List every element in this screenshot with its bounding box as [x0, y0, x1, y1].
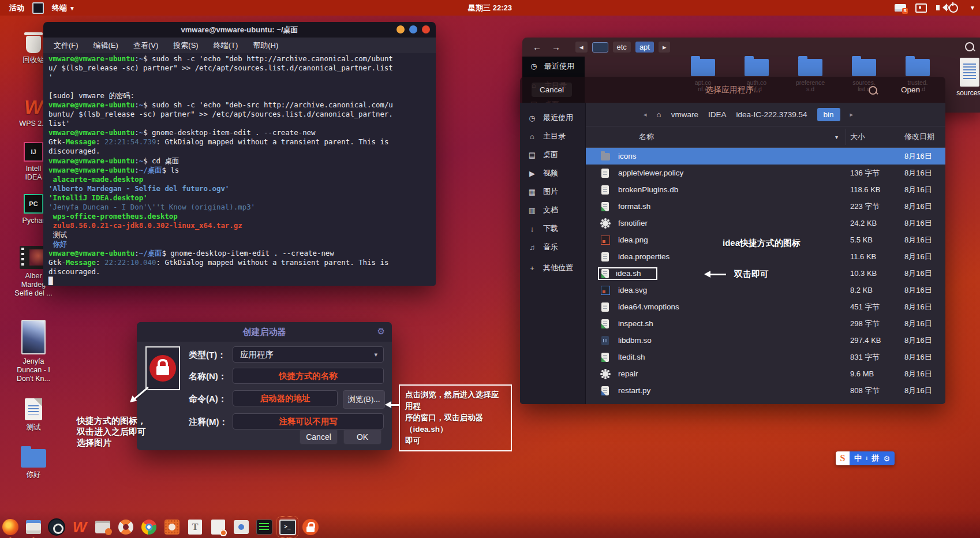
desktop-icon-nihao-folder[interactable]: 你好	[8, 449, 59, 479]
back-icon[interactable]: ←	[533, 42, 541, 52]
forward-icon[interactable]: →	[552, 42, 560, 52]
launcher-icon-button[interactable]	[145, 346, 180, 390]
menu-帮助H[interactable]: 帮助(H)	[253, 40, 278, 51]
file-row-repair[interactable]: repair9.6 MB8月16日	[586, 365, 945, 382]
top-bar: 活动 终端▼ 星期三 22:23 ▼	[0, 0, 980, 16]
dock-editor[interactable]: T	[186, 518, 204, 536]
sidebar-item-最近使用[interactable]: ◷最近使用	[522, 57, 585, 76]
drive-icon[interactable]	[592, 42, 608, 53]
sidebar-item-桌面[interactable]: ▤桌面	[520, 145, 585, 164]
gear-icon[interactable]: ⚙	[377, 326, 385, 337]
sidebar-item-图片[interactable]: ▦图片	[520, 182, 585, 201]
file-date: 8月16日	[904, 352, 945, 363]
video-icon: ▶	[528, 169, 537, 178]
desktop-icon-jenyfa-image[interactable]: JenyfaDuncan - IDon't Kn...	[8, 320, 59, 383]
terminal-icon: >_	[279, 520, 296, 535]
search-icon[interactable]	[965, 42, 974, 51]
arrow-to-idea-sh	[707, 274, 726, 275]
breadcrumb-back-icon[interactable]: ◂	[644, 111, 647, 118]
search-icon[interactable]	[869, 86, 877, 95]
chevron-down-icon[interactable]: ▼	[970, 5, 975, 11]
dock-wps[interactable]: W	[71, 518, 88, 536]
menu-终端T[interactable]: 终端(T)	[214, 40, 238, 51]
dock-rhythmbox[interactable]	[48, 518, 65, 536]
ime-indicator[interactable]: S 中 ⁝ 拼 ⚙	[836, 451, 895, 465]
network-icon[interactable]	[915, 3, 927, 13]
sidebar-item-下载[interactable]: ↓下载	[520, 219, 585, 238]
browse-button[interactable]: 浏览(B)...	[343, 390, 385, 409]
dock-lock[interactable]	[302, 518, 319, 536]
file-row-inspect.sh[interactable]: inspect.sh298 字节8月16日	[586, 315, 945, 332]
comment-input[interactable]: 注释可以不用写	[233, 413, 384, 429]
file-row-format.sh[interactable]: format.sh223 字节8月16日	[586, 198, 945, 215]
file-row-idea64.vmoptions[interactable]: idea64.vmoptions451 字节8月16日	[586, 298, 945, 315]
file-row-brokenPlugins.db[interactable]: brokenPlugins.db118.6 KB8月16日	[586, 181, 945, 198]
type-dropdown[interactable]: 应用程序 ▾	[233, 346, 384, 363]
dock-firefox[interactable]	[2, 518, 19, 536]
terminal-titlebar[interactable]: vmware@vmware-ubuntu: ~/桌面	[43, 22, 436, 38]
breadcrumb-bin[interactable]: bin	[817, 108, 840, 121]
dock-terminal-green[interactable]	[256, 518, 273, 536]
file-row-libdbm.so[interactable]: libdbm.so297.4 KB8月16日	[586, 332, 945, 349]
column-name[interactable]: 名称	[639, 132, 654, 142]
home-icon[interactable]: ⌂	[657, 110, 661, 119]
chooser-sidebar: ◷最近使用⌂主目录▤桌面▶视频▦图片▥文档↓下载♫音乐+其他位置	[520, 103, 586, 404]
menu-查看V[interactable]: 查看(V)	[133, 40, 158, 51]
file-row-icons[interactable]: icons8月16日	[586, 148, 945, 165]
cancel-button[interactable]: Cancel	[300, 429, 338, 444]
breadcrumb-forward-icon[interactable]: ▸	[850, 111, 854, 118]
name-input[interactable]: 快捷方式的名称	[233, 368, 384, 384]
window-button-1[interactable]	[397, 25, 405, 33]
desktop-icon-ceshi-doc[interactable]: 测试	[8, 398, 59, 432]
menu-搜索S[interactable]: 搜索(S)	[173, 40, 198, 51]
breadcrumb-apt[interactable]: apt	[635, 42, 654, 53]
terminal-output[interactable]: vmware@vmware-ubuntu:~$ sudo sh -c 'echo…	[43, 53, 436, 286]
file-size: 297.4 KB	[850, 336, 897, 345]
file-row-restart.py[interactable]: restart.py808 字节8月16日	[586, 382, 945, 399]
sidebar-item-主目录[interactable]: ⌂主目录	[520, 127, 585, 145]
menu-编辑E[interactable]: 编辑(E)	[93, 40, 118, 51]
dock-chromium[interactable]	[140, 518, 158, 536]
sidebar-item-最近使用[interactable]: ◷最近使用	[520, 109, 585, 127]
breadcrumb-etc[interactable]: etc	[613, 42, 631, 53]
dock-software[interactable]	[94, 518, 111, 536]
open-button[interactable]: Open	[896, 83, 925, 96]
dock-files[interactable]	[25, 518, 42, 536]
sidebar-item-文档[interactable]: ▥文档	[520, 201, 585, 219]
breadcrumb-vmware[interactable]: vmware	[671, 110, 698, 119]
breadcrumb-back-icon[interactable]: ◂	[575, 42, 588, 53]
highlight-box: idea.sh	[598, 267, 657, 280]
input-method-icon[interactable]	[895, 4, 906, 12]
dock-help[interactable]	[117, 518, 134, 536]
dock-settings[interactable]	[233, 518, 250, 536]
file-name: libdbm.so	[618, 336, 843, 345]
terminal-line: alacarte-made.desktop	[48, 175, 436, 184]
file-sources-list[interactable]: sources.	[956, 58, 980, 97]
store-icon	[164, 520, 179, 535]
menu-文件F[interactable]: 文件(F)	[54, 40, 78, 51]
breadcrumb-idea-IC-222.3739.54[interactable]: idea-IC-222.3739.54	[736, 110, 807, 119]
column-size[interactable]: 大小	[850, 132, 865, 142]
home-icon: ⌂	[528, 132, 537, 141]
file-row-appletviewer.policy[interactable]: appletviewer.policy136 字节8月16日	[586, 165, 945, 181]
breadcrumb-forward-icon[interactable]: ▸	[659, 42, 671, 53]
sidebar-item-其他位置[interactable]: +其他位置	[520, 259, 585, 277]
window-button-2[interactable]	[409, 25, 417, 33]
dock-writer[interactable]	[210, 518, 227, 536]
window-close-button[interactable]	[422, 25, 430, 33]
sidebar-item-视频[interactable]: ▶视频	[520, 164, 585, 182]
ok-button[interactable]: OK	[343, 429, 381, 444]
power-icon[interactable]	[949, 3, 958, 13]
command-input[interactable]: 启动器的地址	[233, 390, 338, 406]
sidebar-item-音乐[interactable]: ♫音乐	[520, 238, 585, 256]
file-row-idea.svg[interactable]: idea.svg8.2 KB8月16日	[586, 282, 945, 298]
volume-icon[interactable]	[936, 5, 940, 10]
breadcrumb-IDEA[interactable]: IDEA	[708, 110, 727, 119]
dock-terminal[interactable]: >_	[279, 518, 296, 536]
file-row-idea.properties[interactable]: idea.properties11.6 KB8月16日	[586, 248, 945, 265]
file-row-ltedit.sh[interactable]: ltedit.sh831 字节8月16日	[586, 349, 945, 365]
clock[interactable]: 星期三 22:23	[0, 3, 980, 13]
dock-store[interactable]	[163, 518, 181, 536]
column-date[interactable]: 修改日期	[904, 132, 934, 142]
file-row-fsnotifier[interactable]: fsnotifier24.2 KB8月16日	[586, 215, 945, 231]
